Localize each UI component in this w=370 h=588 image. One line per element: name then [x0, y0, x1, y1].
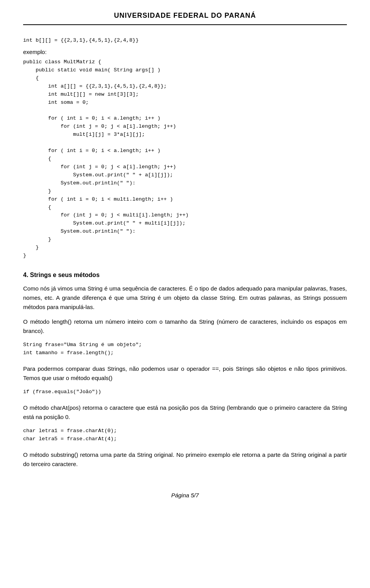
section4-code3: char letra1 = frase.charAt(0); char letr…: [23, 427, 347, 443]
main-code-block: public class MultMatriz { public static …: [23, 58, 347, 260]
section4-code1: String frase="Uma String é um objeto"; i…: [23, 341, 347, 357]
page-header: UNIVERSIDADE FEDERAL DO PARANÁ: [23, 12, 347, 25]
section4-paragraph1: Como nós já vimos uma String é uma sequê…: [23, 284, 347, 312]
university-title: UNIVERSIDADE FEDERAL DO PARANÁ: [23, 12, 347, 20]
page-number: Página 5/7: [171, 492, 199, 498]
section4-paragraph4: O método charAt(pos) retorma o caractere…: [23, 403, 347, 422]
section4-paragraph3: Para podermos comparar duas Strings, não…: [23, 364, 347, 383]
section4-paragraph2: O método length() retorna um número inte…: [23, 317, 347, 336]
section4-code2: if (frase.equals("João")): [23, 388, 347, 396]
intro-code-block: int b[][] = {{2,3,1},{4,5,1},{2,4,8}}: [23, 37, 347, 45]
section4-paragraph5: O método substring() retorna uma parte d…: [23, 450, 347, 469]
section4-title: 4. Strings e seus métodos: [23, 272, 347, 279]
page-footer: Página 5/7: [23, 492, 347, 498]
example-label: exemplo:: [23, 49, 347, 55]
